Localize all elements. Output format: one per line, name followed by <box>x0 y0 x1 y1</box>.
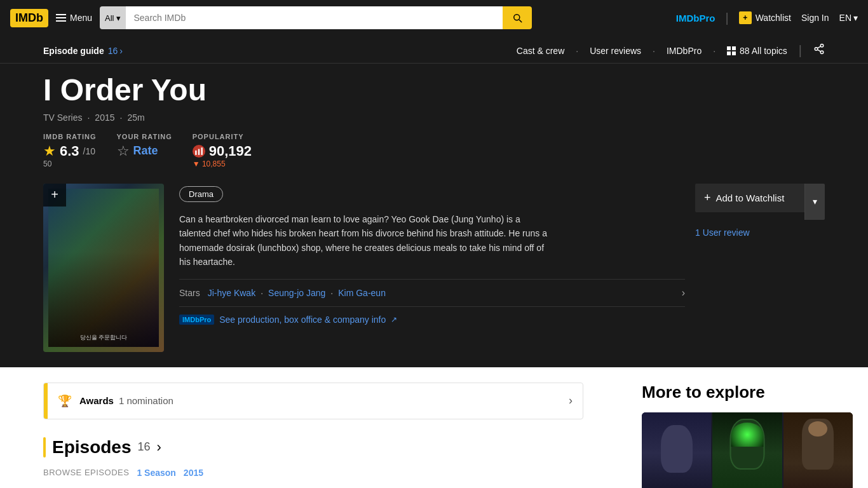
search-filter-select[interactable]: All ▾ <box>100 6 126 29</box>
year-link[interactable]: 2015 <box>184 468 203 478</box>
browse-episodes: BROWSE EPISODES 1 Season 2015 <box>43 468 583 478</box>
explore-image-1: DREAM <box>642 412 711 488</box>
breadcrumb-right: Cast & crew · User reviews · IMDbPro · 8… <box>517 43 825 58</box>
breadcrumb-left: Episode guide 16 › <box>43 46 123 56</box>
rate-text[interactable]: Rate <box>133 144 158 158</box>
grid-icon <box>727 46 736 55</box>
signin-button[interactable]: Sign In <box>801 13 829 23</box>
hero-bottom-spacer <box>0 352 868 367</box>
add-to-watchlist-button[interactable]: + Add to Watchlist <box>695 184 804 212</box>
svg-point-0 <box>820 44 824 48</box>
stars-row: Stars Ji-hye Kwak · Seung-jo Jang · Kim … <box>179 279 685 307</box>
breadcrumb-bar: Episode guide 16 › Cast & crew · User re… <box>0 36 868 64</box>
separator2: · <box>653 46 655 56</box>
imdbpro-link-text: See production, box office & company inf… <box>219 315 386 325</box>
main-content: 당신을 주문합니다 + Drama Can a heartbroken divo… <box>0 184 868 352</box>
language-button[interactable]: EN ▾ <box>839 13 858 23</box>
share-button[interactable] <box>813 43 825 58</box>
svg-rect-6 <box>198 149 200 154</box>
star2-link[interactable]: Seung-jo Jang <box>268 288 325 298</box>
search-button[interactable] <box>503 6 532 29</box>
show-type: TV Series <box>43 112 82 123</box>
nav-right: IMDbPro | + Watchlist Sign In EN ▾ <box>676 11 858 25</box>
svg-rect-5 <box>195 151 196 155</box>
svg-point-1 <box>815 48 818 51</box>
lower-main: 🏆 Awards 1 nomination › Episodes 16 › BR… <box>0 367 627 488</box>
star3-link[interactable]: Kim Ga-eun <box>338 288 386 298</box>
genre-tag[interactable]: Drama <box>179 186 223 202</box>
svg-line-4 <box>817 46 820 48</box>
menu-button[interactable]: Menu <box>56 13 92 23</box>
star-icon: ★ <box>43 143 56 159</box>
share-icon <box>813 43 825 55</box>
your-rating-label: YOUR RATING <box>117 133 172 140</box>
popularity-icon <box>193 145 205 158</box>
svg-rect-7 <box>201 147 202 155</box>
awards-label: Awards <box>79 395 114 406</box>
ratings-block: IMDb RATING ★ 6.3 /10 50 YOUR RATING ☆ R… <box>43 133 825 168</box>
your-rating-value: ☆ Rate <box>117 143 158 159</box>
lower-section: 🏆 Awards 1 nomination › Episodes 16 › BR… <box>0 367 868 488</box>
imdb-logo[interactable]: IMDb <box>10 9 48 27</box>
watchlist-nav-button[interactable]: + Watchlist <box>739 11 791 24</box>
yellow-accent-bar <box>43 437 46 458</box>
imdbpro-breadcrumb-link[interactable]: IMDbPro <box>667 46 702 56</box>
episodes-count: 16 <box>137 440 150 454</box>
explore-image-container[interactable]: DREAM FIRE AND BLOOD <box>642 412 853 488</box>
watchlist-dropdown-button[interactable]: ▾ <box>804 184 825 220</box>
search-input[interactable] <box>126 6 503 29</box>
rating-score: 6.3 <box>60 143 79 159</box>
awards-bar[interactable]: 🏆 Awards 1 nomination › <box>43 383 583 419</box>
watchlist-add-label: Add to Watchlist <box>716 193 785 203</box>
show-title: I Order You <box>43 74 825 107</box>
all-topics-button[interactable]: 88 All topics <box>727 46 787 56</box>
popularity-number: 90,192 <box>209 143 252 159</box>
imdbpro-row[interactable]: IMDbPro See production, box office & com… <box>179 315 685 325</box>
svg-line-3 <box>817 50 820 51</box>
explore-image-3: FIRE AND BLOOD <box>783 412 853 488</box>
svg-point-2 <box>820 51 824 54</box>
awards-chevron-icon: › <box>569 394 573 407</box>
show-year: 2015 <box>95 112 114 123</box>
search-icon <box>512 12 523 24</box>
season-link[interactable]: 1 Season <box>137 468 175 478</box>
episodes-arrow-icon[interactable]: › <box>157 439 161 456</box>
watchlist-nav-label: Watchlist <box>756 13 791 23</box>
search-container: All ▾ <box>100 6 532 29</box>
hero-section: Episode guide 16 › Cast & crew · User re… <box>0 36 868 367</box>
detail-area: Drama Can a heartbroken divorced man lea… <box>179 184 685 352</box>
lower-sidebar: More to explore DREAM <box>627 367 868 488</box>
title-section: I Order You TV Series · 2015 · 25m IMDb … <box>0 64 868 184</box>
star-sep2: · <box>330 288 333 298</box>
popularity-change: ▼ 10,855 <box>193 159 226 168</box>
star1-link[interactable]: Ji-hye Kwak <box>208 288 255 298</box>
separator4: | <box>799 43 802 58</box>
popularity-box: POPULARITY 90,192 ▼ 10,855 <box>193 133 252 168</box>
rating-denom: /10 <box>83 146 95 156</box>
episode-guide-label: Episode guide <box>43 46 104 56</box>
cast-crew-link[interactable]: Cast & crew <box>517 46 564 56</box>
show-runtime: 25m <box>127 112 144 123</box>
poster-visual: 당신을 주문합니다 <box>43 184 164 352</box>
poster-image[interactable]: 당신을 주문합니다 + <box>43 184 164 352</box>
awards-content: 🏆 Awards 1 nomination › <box>48 385 583 417</box>
separator: · <box>576 46 578 56</box>
your-rating-box[interactable]: YOUR RATING ☆ Rate <box>117 133 172 159</box>
star-sep1: · <box>261 288 263 298</box>
user-reviews-link[interactable]: User reviews <box>590 46 641 56</box>
rate-star-icon[interactable]: ☆ <box>117 143 130 159</box>
poster-area: 당신을 주문합니다 + <box>43 184 164 352</box>
episode-count-link[interactable]: 16 › <box>108 46 123 56</box>
awards-nominations: 1 nomination <box>119 395 173 406</box>
hamburger-icon <box>56 14 66 22</box>
watchlist-add-container: + Add to Watchlist ▾ <box>695 184 825 220</box>
menu-label: Menu <box>70 13 92 23</box>
top-navigation: IMDb Menu All ▾ IMDbPro | + Watchlist Si… <box>0 0 868 36</box>
watchlist-add-left: + Add to Watchlist <box>704 191 784 205</box>
stars-label: Stars <box>179 288 200 298</box>
trophy-icon: 🏆 <box>58 394 72 408</box>
poster-add-button[interactable]: + <box>43 184 66 207</box>
browse-episodes-label: BROWSE EPISODES <box>43 468 129 477</box>
user-review-link[interactable]: 1 User review <box>695 227 750 238</box>
imdbpro-nav-logo[interactable]: IMDbPro <box>676 13 715 24</box>
